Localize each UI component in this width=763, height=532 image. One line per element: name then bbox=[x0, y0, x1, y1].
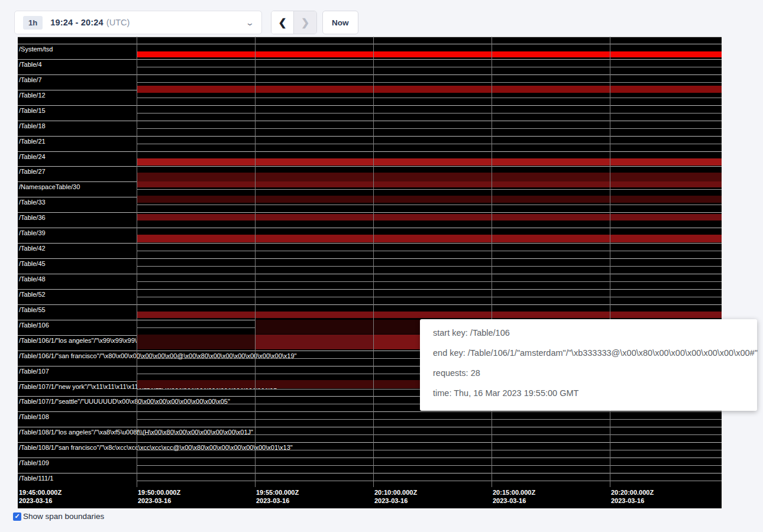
span-boundary-line bbox=[18, 458, 722, 458]
span-boundary-line bbox=[137, 113, 722, 113]
time-grid-line bbox=[255, 37, 256, 487]
row-label: /Table/108 bbox=[19, 413, 49, 420]
span-boundary-line bbox=[18, 59, 722, 60]
row-label: /Table/42 bbox=[19, 245, 46, 252]
span-boundary-line bbox=[137, 98, 722, 98]
show-span-boundaries-label: Show span boundaries bbox=[23, 512, 104, 521]
span-boundary-line bbox=[18, 442, 722, 443]
heat-band[interactable] bbox=[137, 214, 722, 220]
row-label: /Table/45 bbox=[19, 260, 46, 267]
span-boundary-line bbox=[18, 151, 722, 152]
heat-band[interactable] bbox=[137, 158, 722, 166]
span-boundary-line bbox=[137, 281, 722, 282]
show-span-boundaries-checkbox[interactable]: ✓ bbox=[13, 512, 21, 521]
row-label: /Table/12 bbox=[19, 92, 46, 99]
span-boundary-line bbox=[18, 243, 722, 244]
heat-band[interactable] bbox=[137, 86, 722, 93]
row-label: /Table/36 bbox=[19, 214, 46, 221]
span-boundary-line bbox=[18, 74, 722, 75]
x-axis-tick-label: 20:10:00.000Z 2023-03-16 bbox=[374, 488, 417, 505]
span-boundary-line bbox=[18, 289, 722, 290]
x-axis-tick-label: 19:55:00.000Z 2023-03-16 bbox=[256, 488, 299, 505]
tooltip-requests: requests: 28 bbox=[433, 363, 744, 383]
span-boundary-line bbox=[137, 465, 722, 466]
heat-band[interactable] bbox=[137, 335, 255, 349]
time-grid-line bbox=[373, 37, 374, 487]
span-boundary-line bbox=[18, 304, 722, 305]
span-boundary-line bbox=[18, 212, 722, 213]
row-label: /Table/18 bbox=[19, 122, 46, 129]
span-boundary-line bbox=[18, 228, 722, 228]
time-grid-line bbox=[492, 37, 492, 487]
footer: ✓ Show span boundaries bbox=[13, 512, 104, 521]
row-label: /Table/107/1/"seattle"/"UUUUUUD\x00\x80\… bbox=[19, 398, 230, 405]
row-label: /Table/106 bbox=[19, 322, 49, 329]
span-boundary-line bbox=[137, 297, 722, 297]
x-axis-tick-label: 20:20:00.000Z 2023-03-16 bbox=[611, 488, 654, 505]
x-axis-tick-label: 19:45:00.000Z 2023-03-16 bbox=[19, 488, 62, 505]
span-boundary-line bbox=[18, 427, 722, 427]
row-label: /Table/107 bbox=[19, 368, 49, 375]
heat-band[interactable] bbox=[137, 235, 722, 242]
span-boundary-line bbox=[18, 37, 722, 37]
time-range-text: 19:24 - 20:24 bbox=[50, 18, 104, 27]
now-button[interactable]: Now bbox=[322, 11, 358, 34]
row-label: /Table/48 bbox=[19, 275, 46, 283]
row-label: /Table/24 bbox=[19, 153, 46, 160]
span-boundary-line bbox=[137, 481, 722, 481]
row-label: /Table/109 bbox=[19, 459, 49, 466]
span-boundary-line bbox=[18, 121, 722, 121]
row-label: /Table/55 bbox=[19, 306, 46, 313]
time-range-dropdown[interactable]: 1h 19:24 - 20:24 (UTC) ⌄ bbox=[14, 11, 262, 34]
toolbar: 1h 19:24 - 20:24 (UTC) ⌄ ❮ ❯ Now bbox=[0, 0, 763, 37]
time-nav-group: ❮ ❯ bbox=[271, 11, 317, 34]
span-boundary-line bbox=[18, 473, 722, 473]
row-label: /Table/39 bbox=[19, 229, 46, 236]
row-label: /Table/21 bbox=[19, 138, 46, 145]
tooltip-start-key: start key: /Table/106 bbox=[433, 323, 744, 343]
heat-band[interactable] bbox=[255, 335, 373, 349]
next-time-button[interactable]: ❯ bbox=[294, 11, 316, 34]
row-label: /System/tsd bbox=[19, 46, 53, 53]
span-boundary-line bbox=[18, 136, 722, 137]
row-label: /Table/108/1/"los angeles"/"\xa8\xf5\u00… bbox=[19, 429, 253, 436]
row-label: /Table/111/1 bbox=[19, 475, 53, 482]
chevron-down-icon: ⌄ bbox=[245, 18, 254, 27]
row-label: /Table/33 bbox=[19, 199, 46, 206]
span-boundary-line bbox=[18, 411, 722, 412]
span-boundary-line bbox=[137, 144, 722, 144]
span-boundary-line bbox=[137, 128, 722, 129]
row-label: /Table/52 bbox=[19, 291, 46, 298]
prev-time-button[interactable]: ❮ bbox=[271, 11, 294, 34]
span-boundary-line bbox=[137, 205, 722, 205]
span-tooltip: start key: /Table/106 end key: /Table/10… bbox=[420, 319, 757, 411]
x-axis-tick-label: 20:15:00.000Z 2023-03-16 bbox=[493, 488, 535, 505]
row-label: /NamespaceTable/30 bbox=[19, 183, 80, 190]
time-grid-line bbox=[137, 37, 137, 487]
span-boundary-line bbox=[18, 105, 722, 106]
row-label: /Table/4 bbox=[19, 61, 42, 68]
row-label: /Table/27 bbox=[19, 168, 46, 175]
span-boundary-line bbox=[137, 189, 722, 190]
time-range-timezone: (UTC) bbox=[106, 18, 130, 27]
heat-band[interactable] bbox=[137, 51, 722, 57]
heat-band[interactable] bbox=[137, 181, 722, 187]
span-boundary-line bbox=[18, 166, 722, 167]
row-label: /Table/15 bbox=[19, 107, 46, 114]
span-boundary-line bbox=[137, 266, 722, 267]
tooltip-time: time: Thu, 16 Mar 2023 19:55:00 GMT bbox=[433, 383, 744, 403]
time-range-preset-badge: 1h bbox=[23, 16, 43, 30]
span-boundary-line bbox=[137, 82, 722, 83]
span-boundary-line bbox=[137, 251, 722, 251]
span-boundary-line bbox=[18, 274, 722, 274]
span-boundary-line bbox=[137, 419, 722, 420]
heat-band[interactable] bbox=[137, 173, 722, 181]
span-boundary-line bbox=[18, 258, 722, 259]
heat-band[interactable] bbox=[137, 196, 722, 203]
span-boundary-line bbox=[18, 44, 722, 44]
span-boundary-line bbox=[137, 67, 722, 67]
row-label: /Table/108/1/"san francisco"/"\x8c\xcc\x… bbox=[19, 444, 293, 451]
heat-band[interactable] bbox=[137, 312, 722, 318]
key-visualizer-canvas[interactable]: /System/tsd/Table/4/Table/7/Table/12/Tab… bbox=[18, 37, 722, 508]
row-label: /Table/7 bbox=[19, 76, 42, 83]
